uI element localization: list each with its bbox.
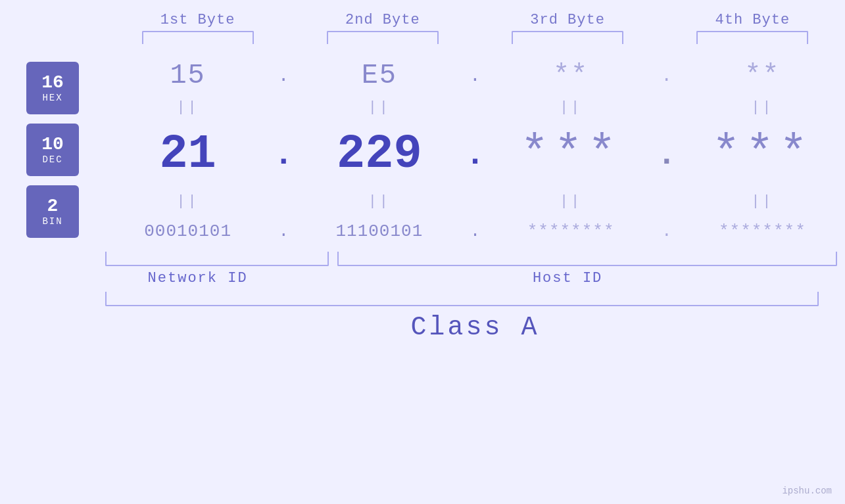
hex-b2-cell: E5 <box>297 60 462 91</box>
dec-b4: *** <box>712 127 813 181</box>
bin-row: 00010101 . 11100101 . ******** . <box>105 218 845 245</box>
dec-b1-cell: 21 <box>105 127 270 181</box>
byte1-header: 1st Byte <box>105 12 290 28</box>
equals-row-1: || || || || <box>105 98 845 117</box>
equals-row-2: || || || || <box>105 192 845 211</box>
bracket-cell-4 <box>660 31 845 44</box>
byte2-header: 2nd Byte <box>290 12 475 28</box>
network-bottom-bracket <box>105 252 329 266</box>
host-bracket-cell <box>329 252 845 266</box>
bin-b1: 00010101 <box>144 221 231 241</box>
bin-dot1: . <box>270 221 297 241</box>
bin-b3: ******** <box>527 221 615 241</box>
bin-b4-cell: ******** <box>680 221 845 241</box>
top-bracket-4 <box>696 31 808 44</box>
byte4-header: 4th Byte <box>660 12 845 28</box>
bracket-cell-3 <box>475 31 660 44</box>
dec-dot2: . <box>462 136 489 173</box>
hex-dot1: . <box>270 66 297 86</box>
bin-badge: 2 BIN <box>26 185 79 238</box>
eq1-b3: || <box>489 99 654 116</box>
dec-badge-label: DEC <box>42 154 62 165</box>
hex-badge: 16 HEX <box>26 62 79 114</box>
eq2-b2: || <box>297 193 462 210</box>
network-id-label: Network ID <box>148 270 248 286</box>
dec-b1: 21 <box>159 127 216 181</box>
badge-column: 16 HEX 10 DEC 2 BIN <box>0 51 105 249</box>
hex-b1: 15 <box>170 60 205 91</box>
bracket-cell-2 <box>290 31 475 44</box>
hex-b4-cell: ** <box>680 60 845 91</box>
network-bracket-cell <box>105 252 329 266</box>
hex-b3-cell: ** <box>489 60 654 91</box>
dec-b2-cell: 229 <box>297 127 462 181</box>
eq1-b1: || <box>105 99 270 116</box>
dec-b2: 229 <box>337 127 422 181</box>
top-bracket-3 <box>512 31 623 44</box>
dec-dot3: . <box>654 136 680 173</box>
hex-b3: ** <box>553 60 589 91</box>
bin-dot2: . <box>462 221 489 241</box>
bin-b3-cell: ******** <box>489 221 654 241</box>
dec-row: 21 . 229 . *** . *** <box>105 124 845 185</box>
eq1-b2: || <box>297 99 462 116</box>
byte-headers: 1st Byte 2nd Byte 3rd Byte 4th Byte <box>0 12 845 28</box>
dec-dot1: . <box>270 136 297 173</box>
hex-b1-cell: 15 <box>105 60 270 91</box>
class-label: Class A <box>410 313 539 342</box>
bottom-brackets-row <box>0 252 845 266</box>
host-id-label: Host ID <box>533 270 602 286</box>
watermark: ipshu.com <box>782 486 832 496</box>
byte3-header: 3rd Byte <box>475 12 660 28</box>
bin-badge-number: 2 <box>47 196 59 217</box>
hex-dot2: . <box>462 66 489 86</box>
main-area: 16 HEX 10 DEC 2 BIN 15 . <box>0 51 845 249</box>
hex-b4: ** <box>744 60 780 91</box>
host-id-label-cell: Host ID <box>290 270 845 286</box>
outer-bracket-row <box>0 292 845 306</box>
hex-dot3: . <box>654 66 680 86</box>
top-brackets-row <box>0 31 845 44</box>
hex-badge-number: 16 <box>41 73 64 93</box>
bin-b2: 11100101 <box>335 221 423 241</box>
hex-badge-label: HEX <box>42 93 62 103</box>
class-row: Class A <box>0 313 845 342</box>
top-bracket-1 <box>142 31 254 44</box>
values-grid: 15 . E5 . ** . ** <box>105 51 845 249</box>
top-bracket-2 <box>327 31 439 44</box>
hex-b2: E5 <box>362 60 397 91</box>
bin-badge-label: BIN <box>42 216 62 227</box>
eq1-b4: || <box>680 99 845 116</box>
dec-badge: 10 DEC <box>26 124 79 176</box>
eq2-b4: || <box>680 193 845 210</box>
bin-b1-cell: 00010101 <box>105 221 270 241</box>
network-id-label-cell: Network ID <box>105 270 290 286</box>
dec-b4-cell: *** <box>680 127 845 181</box>
main-container: 1st Byte 2nd Byte 3rd Byte 4th Byte 16 H… <box>0 0 845 504</box>
eq2-b3: || <box>489 193 654 210</box>
bracket-cell-1 <box>105 31 290 44</box>
labels-row: Network ID Host ID <box>0 270 845 286</box>
bin-b4: ******** <box>719 221 806 241</box>
dec-badge-number: 10 <box>41 135 64 155</box>
bin-b2-cell: 11100101 <box>297 221 462 241</box>
dec-b3: *** <box>520 127 621 181</box>
eq2-b1: || <box>105 193 270 210</box>
hex-row: 15 . E5 . ** . ** <box>105 56 845 95</box>
bin-dot3: . <box>654 221 680 241</box>
outer-bottom-bracket <box>105 292 819 306</box>
dec-b3-cell: *** <box>489 127 654 181</box>
host-bottom-bracket <box>337 252 837 266</box>
